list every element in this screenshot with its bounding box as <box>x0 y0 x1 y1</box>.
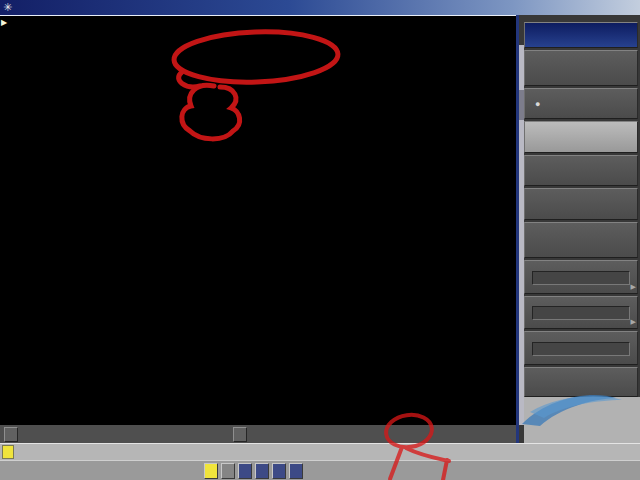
status-bar <box>0 460 640 480</box>
ref-level-indicator <box>233 427 247 442</box>
button-trigger-to-spectrum-monitor <box>524 50 638 86</box>
submenu-arrow-icon: ▶ <box>631 280 636 293</box>
spectrum-plot <box>0 28 516 425</box>
status-extref <box>289 463 303 479</box>
submenu-arrow-icon: ▶ <box>631 315 636 328</box>
status-power-voltage <box>255 463 269 479</box>
status-attenuation <box>272 463 286 479</box>
agilent-spark-icon: ✳ <box>3 1 12 14</box>
status-spectrum-hold <box>204 463 218 479</box>
ext-trig-polarity-value <box>532 306 630 320</box>
average-trigger-value <box>532 342 630 356</box>
window-titlebar: ✳ <box>0 0 640 16</box>
instrument-screen: ✳ ▶ ● <box>0 0 640 480</box>
button-continuous[interactable] <box>524 155 638 186</box>
rbw-indicator <box>4 427 18 442</box>
spectrum-chart <box>0 28 516 425</box>
button-restart[interactable] <box>524 188 638 220</box>
marker-readout <box>64 36 102 49</box>
button-manual-trigger <box>524 222 638 258</box>
status-cor <box>221 463 235 479</box>
tab-spectrum[interactable] <box>2 445 14 459</box>
button-average-trigger[interactable] <box>524 331 638 365</box>
button-return[interactable] <box>524 367 638 397</box>
rbw-row <box>0 425 516 443</box>
menu-bottom-pad <box>524 397 640 443</box>
trace-header-row: ▶ <box>0 16 516 28</box>
selected-bullet-icon: ● <box>535 97 540 110</box>
button-source[interactable]: ▶ <box>524 260 638 294</box>
button-hold[interactable]: ● <box>524 88 638 119</box>
softkey-menu: ● ▶ ▶ <box>516 15 640 443</box>
button-single[interactable] <box>524 121 638 153</box>
status-ctrl-voltage <box>238 463 252 479</box>
measurement-bar <box>0 443 640 460</box>
button-ext-trig-polarity[interactable]: ▶ <box>524 296 638 329</box>
active-trace-arrow-icon: ▶ <box>1 18 7 27</box>
menu-header-trigger <box>524 22 638 48</box>
source-value <box>532 271 630 285</box>
